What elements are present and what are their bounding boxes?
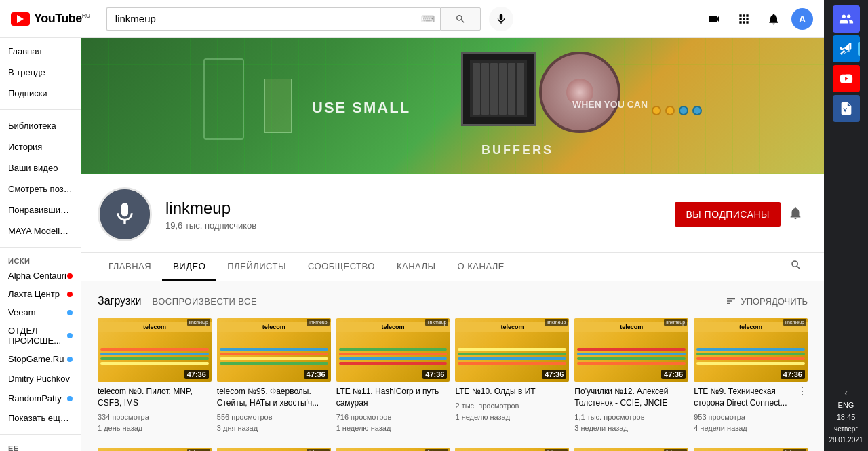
channel-avatar [98,187,152,241]
video-thumbnail[interactable]: telecomlinkmeup47:36 [574,448,688,451]
apps-button[interactable] [732,7,756,31]
video-card[interactable]: telecomlinkmeup47:36LTE №11. HashiCorp и… [336,318,450,434]
user-avatar-button[interactable]: A [791,8,813,30]
taskbar-teams[interactable] [833,5,860,33]
video-card[interactable]: telecomlinkmeup47:36По'уехавшие №24. Вье… [217,448,331,451]
channel-content: USE SMALL BUFFERS WHEN YOU CAN linkmeup … [81,38,824,451]
video-card[interactable]: telecomlinkmeup47:36sysadmins №28. OpenS… [336,448,450,451]
video-thumbnail[interactable]: telecomlinkmeup47:36 [217,318,331,382]
new-dot-alpha [67,273,73,279]
video-card[interactable]: telecomlinkmeup47:36⋮LTE №9. Техническая… [694,318,808,434]
video-meta: 334 просмотра1 день назад [98,412,212,434]
mic-button[interactable] [489,7,513,31]
taskbar-app4[interactable] [833,95,860,122]
tab-channels[interactable]: КАНАЛЫ [386,253,447,281]
video-card[interactable]: telecomlinkmeup47:36telecom №94. Фаервол… [98,448,212,451]
video-title: telecom №0. Пилот. MNP, CSFB, IMS [98,386,212,409]
apps-icon [737,12,751,26]
divider-1 [0,109,81,110]
tab-playlists[interactable]: ПЛЕЙЛИСТЫ [216,253,297,281]
sidebar-item-maya[interactable]: MAYA Modeling Trial [0,220,81,241]
sidebar-item-library[interactable]: Библиотека [0,115,81,136]
video-title: LTE №9. Техническая сторона Direct Conne… [694,386,797,409]
video-card[interactable]: telecomlinkmeup47:36LTE №8. GitLab - пол… [694,448,808,451]
channel-subscribers: 19,6 тыс. подписчиков [165,220,675,231]
video-thumbnail[interactable]: telecomlinkmeup47:36 [336,448,450,451]
search-bar: ⌨ [106,7,513,31]
tab-home[interactable]: ГЛАВНАЯ [98,253,162,281]
sidebar-item-liked[interactable]: Понравившиеся [0,199,81,220]
banner-text-when: WHEN YOU CAN [572,99,648,110]
video-grid-row1: telecomlinkmeup47:36telecom №0. Пилот. M… [98,318,808,434]
video-title: По'училки №12. Алексей Толстенок - CCIE,… [574,386,688,409]
subscribe-button[interactable]: ВЫ ПОДПИСАНЫ [675,202,781,227]
notifications-button[interactable] [762,7,786,31]
channel-banner: USE SMALL BUFFERS WHEN YOU CAN [81,38,824,174]
search-input[interactable] [107,13,416,24]
video-meta: 2 тыс. просмотров1 неделю назад [455,400,569,423]
sidebar-item-show-more[interactable]: Показать ещё 204 к... [0,408,81,429]
video-thumbnail[interactable]: telecomlinkmeup47:36 [455,318,569,382]
divider-3 [0,434,81,435]
taskbar-yt[interactable] [833,65,860,92]
sidebar-item-watch-later[interactable]: Смотреть позже [0,178,81,199]
bell-button[interactable] [783,202,808,227]
video-card[interactable]: telecomlinkmeup47:36sysadmins №27. SRE1,… [574,448,688,451]
sidebar-item-stopgame[interactable]: StopGame.Ru [0,350,81,368]
video-thumbnail[interactable]: telecomlinkmeup47:36 [574,318,688,382]
tab-community[interactable]: СООБЩЕСТВО [297,253,386,281]
video-info: По'училки №12. Алексей Толстенок - CCIE,… [574,382,688,434]
video-card[interactable]: telecomlinkmeup47:36telecom №95. Фаервол… [217,318,331,434]
sidebar: Главная В тренде Подписки Библиотека Ист… [0,0,81,451]
sidebar-item-alpha[interactable]: Alpha Centauri [0,267,81,285]
tab-search-button[interactable] [785,254,808,280]
sidebar-item-dmitry[interactable]: Dmitry Puchkov [0,368,81,389]
video-card[interactable]: telecomlinkmeup47:36telecom №0. Пилот. M… [98,318,212,434]
video-meta: 556 просмотров3 дня назад [217,412,331,434]
video-thumbnail[interactable]: telecomlinkmeup47:36 [455,448,569,451]
video-camera-button[interactable] [702,7,726,31]
search-icon [455,14,466,24]
tab-videos[interactable]: ВИДЕО [162,253,216,281]
sidebar-item-subscriptions[interactable]: Подписки [0,83,81,104]
video-thumbnail[interactable]: telecomlinkmeup47:36 [694,448,808,451]
video-card[interactable]: telecomlinkmeup47:36telecom №93. Сети ги… [455,448,569,451]
section-header: Загрузки ВОСПРОИЗВЕСТИ ВСЕ УПОРЯДОЧИТЬ [98,295,808,307]
collapse-panel-button[interactable]: ‹ [844,387,848,398]
video-thumbnail[interactable]: telecomlinkmeup47:36 [98,318,212,382]
sidebar-item-otdel[interactable]: ОТДЕЛ ПРОИСШЕ... [0,321,81,350]
video-thumbnail[interactable]: telecomlinkmeup47:36 [336,318,450,382]
main-content: USE SMALL BUFFERS WHEN YOU CAN linkmeup … [81,0,824,451]
logo[interactable]: YouTubeRU [11,12,90,26]
sort-button[interactable]: УПОРЯДОЧИТЬ [726,296,808,307]
video-camera-icon [707,12,721,26]
youtube-logo-icon [11,12,30,26]
tab-search-icon [790,259,802,271]
sidebar-item-trending[interactable]: В тренде [0,62,81,83]
new-dot-otdel [67,333,73,338]
sidebar-item-your-videos[interactable]: Ваши видео [0,157,81,178]
topbar-right: A [702,7,813,31]
video-title: LTE №10. Олды в ИТ [455,386,569,397]
mic-icon [495,13,507,25]
sidebar-item-randompatty[interactable]: RandomPatty [0,389,81,408]
features-section-label: ЕЕ ВОЗМОЖНОСТИ [0,440,81,451]
video-menu-button[interactable]: ⋮ [797,385,808,397]
duration-badge: 47:36 [422,370,447,379]
sidebar-item-home[interactable]: Главная [0,41,81,62]
video-thumbnail[interactable]: telecomlinkmeup47:36 [694,318,808,382]
sidebar-item-veeam[interactable]: Veeam [0,303,81,321]
play-all-button[interactable]: ВОСПРОИЗВЕСТИ ВСЕ [152,296,257,307]
video-card[interactable]: telecomlinkmeup47:36По'училки №12. Алекс… [574,318,688,434]
video-thumbnail[interactable]: telecomlinkmeup47:36 [217,448,331,451]
sidebar-item-history[interactable]: История [0,136,81,157]
taskbar-vscode[interactable] [833,35,860,62]
video-thumbnail[interactable]: telecomlinkmeup47:36 [98,448,212,451]
topbar: YouTubeRU ⌨ A [0,0,824,38]
tab-about[interactable]: О КАНАЛЕ [447,253,516,281]
videos-section: Загрузки ВОСПРОИЗВЕСТИ ВСЕ УПОРЯДОЧИТЬ t… [81,281,824,451]
sidebar-item-lahta[interactable]: Лахта Центр [0,285,81,303]
search-button[interactable] [440,7,481,31]
duration-badge: 47:36 [184,370,209,379]
video-card[interactable]: telecomlinkmeup47:36LTE №10. Олды в ИТ2 … [455,318,569,434]
